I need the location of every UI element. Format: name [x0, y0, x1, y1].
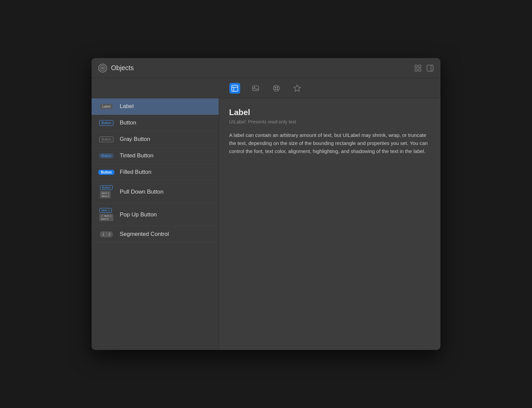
segmented-item-text: Segmented Control: [120, 231, 169, 238]
panel-toggle-button[interactable]: [426, 64, 434, 72]
window-title: Objects: [111, 64, 134, 72]
tinted-button-item-text: Tinted Button: [120, 152, 154, 159]
label-item-text: Label: [120, 103, 134, 110]
sidebar-item-pull-down[interactable]: Button Item 1 Item 2 Pull Down Button: [92, 181, 219, 203]
detail-subtitle: UILabel: Presents read-only text: [229, 119, 430, 124]
sidebar-item-tinted-button[interactable]: Button Tinted Button: [92, 148, 219, 164]
sidebar-item-label[interactable]: Label Label: [92, 98, 219, 115]
svg-rect-8: [427, 65, 433, 71]
svg-rect-5: [419, 65, 421, 67]
titlebar-left: Objects: [98, 64, 134, 72]
detail-panel: Label UILabel: Presents read-only text A…: [219, 98, 440, 350]
sidebar-item-button[interactable]: Button Button: [92, 115, 219, 131]
svg-point-18: [275, 89, 276, 90]
svg-rect-10: [232, 85, 238, 91]
menu-icon[interactable]: [98, 64, 107, 72]
detail-title: Label: [229, 108, 430, 117]
svg-rect-6: [415, 69, 417, 71]
sidebar: Label Label Button Button Button Gray Bu…: [92, 98, 219, 350]
label-item-icon: Label: [98, 104, 114, 109]
main-window: Objects: [92, 58, 440, 350]
titlebar: Objects: [92, 58, 440, 78]
sidebar-item-gray-button[interactable]: Button Gray Button: [92, 131, 219, 148]
pop-up-item-icon: Item 1 ✓ Item 1 Item 2: [98, 208, 114, 221]
svg-point-15: [273, 85, 279, 91]
palette-tab[interactable]: [271, 83, 282, 94]
pull-down-item-icon: Button Item 1 Item 2: [98, 185, 114, 198]
pop-up-item-text: Pop Up Button: [120, 211, 157, 218]
sidebar-item-pop-up[interactable]: Item 1 ✓ Item 1 Item 2 Pop Up Button: [92, 203, 219, 226]
gray-button-item-icon: Button: [98, 137, 114, 142]
svg-point-19: [277, 89, 278, 90]
filled-button-item-text: Filled Button: [120, 169, 152, 175]
filled-button-item-icon: Button: [98, 170, 114, 175]
toolbar: [92, 78, 440, 98]
grid-view-button[interactable]: [414, 64, 422, 72]
tinted-button-item-icon: Button: [98, 153, 114, 158]
favorites-tab[interactable]: [292, 83, 303, 94]
detail-body: A label can contain an arbitrary amount …: [229, 131, 430, 155]
svg-rect-7: [419, 69, 421, 71]
svg-marker-20: [294, 85, 301, 91]
sidebar-item-segmented[interactable]: 1 2 Segmented Control: [92, 226, 219, 243]
button-item-icon: Button: [98, 120, 114, 126]
svg-rect-13: [253, 86, 259, 91]
sidebar-item-filled-button[interactable]: Button Filled Button: [92, 164, 219, 181]
svg-point-17: [277, 87, 278, 88]
gray-button-item-text: Gray Button: [120, 136, 150, 143]
svg-rect-4: [415, 65, 417, 67]
pull-down-item-text: Pull Down Button: [120, 189, 163, 195]
segmented-item-icon: 1 2: [98, 232, 114, 237]
objects-tab[interactable]: [229, 83, 240, 94]
titlebar-right: [414, 64, 434, 72]
images-tab[interactable]: [250, 83, 261, 94]
svg-point-16: [275, 87, 276, 88]
button-item-text: Button: [120, 119, 136, 126]
main-content: Label Label Button Button Button Gray Bu…: [92, 98, 440, 350]
